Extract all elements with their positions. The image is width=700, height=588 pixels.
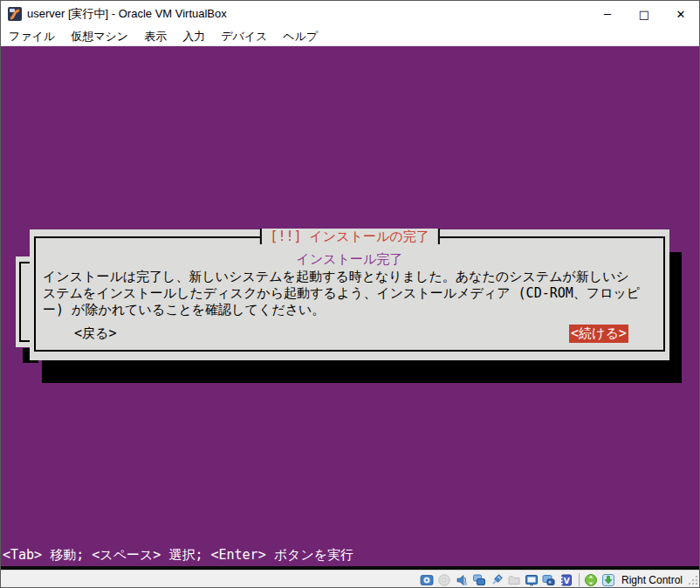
body-line: インストールは完了し、新しいシステムを起動する時となりました。あなたのシステムが… bbox=[43, 269, 659, 285]
close-button[interactable]: ✕ bbox=[662, 1, 699, 27]
hard-disks-icon[interactable] bbox=[420, 572, 435, 587]
optical-drives-icon[interactable] bbox=[437, 572, 452, 587]
menu-view[interactable]: 表示 bbox=[136, 29, 175, 44]
menubar: ファイル 仮想マシン 表示 入力 デバイス ヘルプ bbox=[1, 27, 699, 46]
dialog-title: [!!] インストールの完了 bbox=[259, 229, 439, 244]
dialog-body-text: インストールは完了し、新しいシステムを起動する時となりました。あなたのシステムが… bbox=[43, 269, 659, 318]
resize-grip[interactable] bbox=[689, 576, 697, 585]
menu-file[interactable]: ファイル bbox=[1, 29, 63, 44]
menu-help[interactable]: ヘルプ bbox=[275, 29, 326, 44]
mouse-integration-icon[interactable] bbox=[584, 572, 599, 587]
network-icon[interactable] bbox=[472, 572, 487, 587]
usb-icon[interactable] bbox=[490, 572, 504, 587]
console-help-line: <Tab> 移動; <スペース> 選択; <Enter> ボタンを実行 bbox=[3, 547, 353, 564]
body-line: ー) が除かれていることを確認してください。 bbox=[43, 302, 659, 318]
menu-machine[interactable]: 仮想マシン bbox=[63, 29, 136, 44]
keyboard-capture-icon[interactable] bbox=[601, 572, 616, 587]
virtualbox-window: userver [実行中] - Oracle VM VirtualBox ─ □… bbox=[0, 0, 700, 588]
virtualbox-vm-icon bbox=[8, 7, 22, 21]
host-key-label: Right Control bbox=[621, 574, 683, 586]
minimize-button[interactable]: ─ bbox=[589, 1, 626, 27]
vm-display[interactable]: [!!] インストールの完了 インストール完了 インストールは完了し、新しいシス… bbox=[1, 46, 700, 566]
statusbar-separator bbox=[579, 573, 580, 586]
menu-devices[interactable]: デバイス bbox=[213, 29, 275, 44]
back-button[interactable]: <戻る> bbox=[72, 325, 118, 343]
dialog-heading: インストール完了 bbox=[30, 251, 669, 268]
body-line: ステムをインストールしたディスクから起動するよう、インストールメディア (CD-… bbox=[43, 285, 659, 302]
display-icon[interactable] bbox=[525, 572, 539, 587]
shared-folders-icon[interactable] bbox=[507, 572, 522, 587]
maximize-button[interactable]: □ bbox=[626, 1, 662, 27]
features-icon[interactable]: V bbox=[559, 572, 574, 587]
installer-dialog: [!!] インストールの完了 インストール完了 インストールは完了し、新しいシス… bbox=[30, 229, 669, 360]
svg-text:V: V bbox=[564, 576, 570, 585]
recording-icon[interactable] bbox=[542, 572, 557, 587]
continue-button[interactable]: <続ける> bbox=[569, 325, 628, 343]
window-title: userver [実行中] - Oracle VM VirtualBox bbox=[27, 6, 227, 22]
statusbar: V Right Control bbox=[1, 570, 700, 588]
menu-input[interactable]: 入力 bbox=[175, 29, 213, 44]
audio-icon[interactable] bbox=[455, 572, 470, 587]
titlebar: userver [実行中] - Oracle VM VirtualBox ─ □… bbox=[1, 1, 699, 27]
background-dialog-border bbox=[19, 262, 30, 342]
